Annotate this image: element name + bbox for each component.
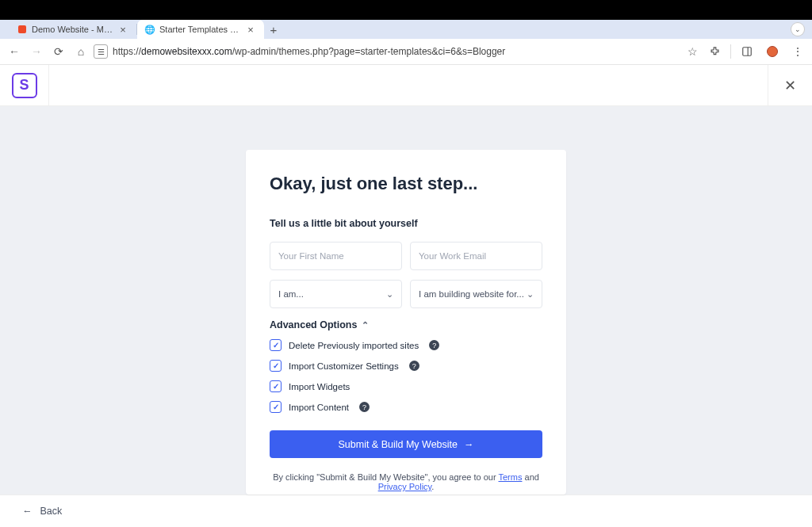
option-import-content[interactable]: ✓ Import Content ?	[270, 401, 542, 413]
advanced-options-toggle[interactable]: Advanced Options ⌃	[270, 319, 542, 330]
new-tab-button[interactable]: +	[264, 20, 283, 39]
advanced-options-label: Advanced Options	[270, 319, 357, 330]
side-panel-icon[interactable]	[737, 42, 756, 61]
legal-text: By clicking "Submit & Build My Website",…	[270, 472, 542, 491]
footer-bar: ← Back	[0, 495, 812, 527]
back-icon[interactable]: ←	[5, 42, 24, 61]
option-import-customizer[interactable]: ✓ Import Customizer Settings ?	[270, 360, 542, 372]
arrow-left-icon: ←	[22, 506, 33, 517]
first-name-input[interactable]: Your First Name	[270, 242, 402, 270]
svg-rect-0	[743, 48, 752, 56]
close-button[interactable]: ✕	[768, 65, 812, 105]
role-select[interactable]: I am... ⌄	[270, 280, 402, 308]
close-icon[interactable]: ×	[117, 24, 128, 36]
option-import-widgets[interactable]: ✓ Import Widgets	[270, 380, 542, 392]
globe-icon: 🌐	[145, 25, 155, 34]
option-label: Import Widgets	[289, 382, 350, 391]
option-label: Import Customizer Settings	[289, 361, 399, 371]
checkbox-icon[interactable]: ✓	[270, 380, 282, 392]
menu-icon[interactable]: ⋮	[788, 42, 807, 61]
help-icon[interactable]: ?	[429, 340, 439, 350]
os-top-bar	[0, 0, 812, 20]
submit-button[interactable]: Submit & Build My Website →	[270, 430, 542, 458]
chevron-down-icon: ⌄	[527, 289, 534, 300]
arrow-right-icon: →	[464, 439, 474, 450]
favicon-icon	[17, 25, 27, 34]
extensions-icon[interactable]	[705, 42, 724, 61]
tab-title: Demo Website - MyKinsta	[32, 25, 113, 34]
checkbox-icon[interactable]: ✓	[270, 339, 282, 351]
card-title: Okay, just one last step...	[270, 174, 542, 194]
select-placeholder: I am building website for...	[419, 289, 524, 299]
logo[interactable]: S	[0, 65, 49, 105]
option-delete-imported[interactable]: ✓ Delete Previously imported sites ?	[270, 339, 542, 351]
help-icon[interactable]: ?	[359, 402, 370, 412]
site-settings-icon[interactable]: ☰	[94, 44, 108, 59]
browser-tab[interactable]: Demo Website - MyKinsta ×	[10, 20, 136, 39]
close-icon: ✕	[784, 77, 796, 94]
forward-icon: →	[27, 42, 46, 61]
purpose-select[interactable]: I am building website for... ⌄	[410, 280, 542, 308]
browser-toolbar: ← → ⟳ ⌂ ☰ https://demowebsitexxx.com/wp-…	[0, 39, 812, 65]
email-input[interactable]: Your Work Email	[410, 242, 542, 270]
submit-label: Submit & Build My Website	[338, 439, 458, 450]
option-label: Import Content	[289, 403, 349, 412]
url-text: https://demowebsitexxx.com/wp-admin/them…	[113, 46, 678, 57]
logo-icon: S	[12, 73, 37, 98]
terms-link[interactable]: Terms	[499, 472, 523, 482]
separator	[730, 44, 731, 59]
onboarding-card: Okay, just one last step... Tell us a li…	[246, 150, 566, 495]
tab-title: Starter Templates ‹ Demo Sit	[159, 25, 240, 34]
browser-tab[interactable]: 🌐 Starter Templates ‹ Demo Sit ×	[137, 20, 264, 39]
browser-tabstrip: Demo Website - MyKinsta × 🌐 Starter Temp…	[0, 20, 812, 39]
app-header: S ✕	[0, 65, 812, 106]
home-icon[interactable]: ⌂	[71, 42, 90, 61]
help-icon[interactable]: ?	[409, 361, 419, 371]
main-canvas: Okay, just one last step... Tell us a li…	[0, 106, 812, 495]
option-label: Delete Previously imported sites	[289, 341, 419, 350]
select-placeholder: I am...	[278, 289, 304, 299]
back-button[interactable]: Back	[40, 506, 63, 517]
reload-icon[interactable]: ⟳	[49, 42, 68, 61]
chevron-down-icon: ⌄	[386, 289, 393, 300]
card-subtitle: Tell us a little bit about yourself	[270, 218, 542, 229]
tabstrip-dropdown-icon[interactable]: ⌄	[791, 23, 804, 36]
checkbox-icon[interactable]: ✓	[270, 401, 282, 413]
profile-icon[interactable]	[763, 42, 782, 61]
chevron-up-icon: ⌃	[362, 320, 369, 330]
url-bar[interactable]: ☰ https://demowebsitexxx.com/wp-admin/th…	[94, 41, 702, 62]
star-icon[interactable]: ☆	[683, 42, 702, 61]
checkbox-icon[interactable]: ✓	[270, 360, 282, 372]
close-icon[interactable]: ×	[245, 24, 256, 36]
privacy-link[interactable]: Privacy Policy	[378, 482, 432, 491]
